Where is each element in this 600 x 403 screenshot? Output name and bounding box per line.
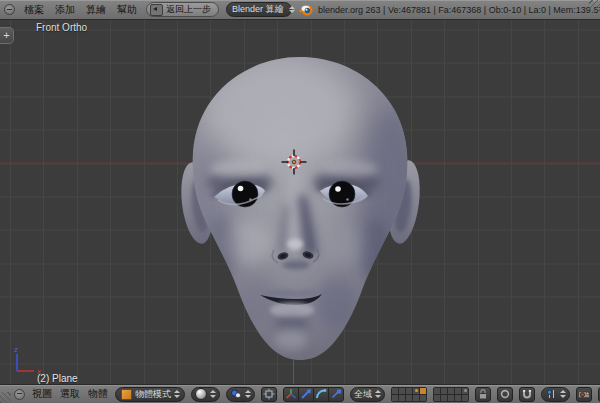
head-eyes [212,181,370,207]
axis-tripod-icon [285,388,297,400]
dropdown-arrows-icon [560,390,566,398]
layer-cell[interactable] [413,388,419,394]
pivot-point-dropdown[interactable] [226,387,255,402]
layer-cell[interactable] [420,388,426,394]
layer-cell[interactable] [441,395,447,401]
layers-grid-1[interactable] [391,387,427,402]
transform-orientation-value: 全域 [354,388,372,401]
menu-file[interactable]: 檔案 [22,3,46,17]
active-object-label: (2) Plane [37,373,78,384]
layer-cell[interactable] [406,395,412,401]
layer-cell[interactable] [441,388,447,394]
head-model [187,57,422,360]
layer-cell[interactable] [399,395,405,401]
layer-cell[interactable] [392,395,398,401]
back-step-icon [150,4,163,16]
resize-grip-icon[interactable] [589,0,600,11]
layer-cell[interactable] [434,395,440,401]
layer-cell[interactable] [406,388,412,394]
manipulator-widget-button[interactable] [261,387,277,402]
head-ears [177,158,424,245]
viewport-header-bar: 視圖 選取 物體 物體模式 [0,384,600,403]
viewport-shading-dropdown[interactable] [191,387,220,402]
scene-render: z x [0,20,600,385]
layer-cell[interactable] [392,388,398,394]
snap-magnet-icon [522,389,532,399]
dropdown-arrows-icon [245,390,251,398]
dropdown-arrows-icon [375,390,381,398]
collapse-menu-icon[interactable] [4,4,15,15]
resize-grip-icon[interactable] [0,392,11,403]
3d-viewport[interactable]: z x Front Ortho + (2) Plane [0,20,600,385]
menu-view[interactable]: 視圖 [31,387,53,401]
cursor-3d-icon [282,150,307,175]
snap-toggle-button[interactable] [519,387,535,402]
collapse-menu-icon-footer[interactable] [14,389,25,400]
scene-stats-text: blender.org 263 | Ve:467881 | Fa:467368 … [318,5,600,15]
translate-toggle[interactable] [298,387,314,402]
interaction-mode-dropdown[interactable]: 物體模式 [115,387,185,402]
menu-render[interactable]: 算繪 [84,3,108,17]
rotate-icon [315,388,327,400]
axis-tripod-toggle[interactable] [283,387,299,402]
manipulator-toggle-group [283,387,344,402]
gizmo-z-label: z [14,345,18,354]
layer-cell[interactable] [434,388,440,394]
layers-grid-2[interactable] [433,387,469,402]
layer-cell[interactable] [455,388,461,394]
menu-object[interactable]: 物體 [87,387,109,401]
layer-cell[interactable] [448,395,454,401]
interaction-mode-value: 物體模式 [135,388,171,401]
menu-select[interactable]: 選取 [59,387,81,401]
back-step-button[interactable]: 返回上一步 [146,2,219,17]
object-mode-cube-icon [121,389,132,400]
transform-orientation-dropdown[interactable]: 全域 [350,387,385,402]
dropdown-arrows-icon [210,390,216,398]
render-camera-icon [578,389,590,399]
lock-icon [478,388,488,400]
blender-logo-icon [299,3,313,17]
proportional-icon [500,389,510,399]
axis-mini-gizmo-icon: z x [14,345,41,376]
translate-icon [300,388,312,400]
manipulator-widget-icon [263,388,275,400]
layer-cell[interactable] [462,395,468,401]
menu-help[interactable]: 幫助 [115,3,139,17]
layer-cell[interactable] [399,388,405,394]
view-name-label: Front Ortho [36,22,87,33]
render-engine-dropdown[interactable]: Blender 算繪 [226,2,292,17]
proportional-edit-button[interactable] [497,387,513,402]
layer-cell[interactable] [455,395,461,401]
scale-icon [330,388,342,400]
back-step-label: 返回上一步 [166,3,211,16]
render-still-button[interactable] [576,387,592,402]
scale-toggle[interactable] [328,387,344,402]
shading-sphere-icon [195,388,207,400]
top-header-bar: 檔案 添加 算繪 幫助 返回上一步 Blender 算繪 blender.org… [0,0,600,20]
dropdown-arrows-icon [289,6,295,14]
toolshelf-expand-tab[interactable]: + [0,27,14,44]
layer-cell[interactable] [462,388,468,394]
layer-cell[interactable] [448,388,454,394]
rotate-toggle[interactable] [313,387,329,402]
render-engine-value: Blender 算繪 [232,3,284,16]
menu-add[interactable]: 添加 [53,3,77,17]
dropdown-arrows-icon [174,390,180,398]
layer-cell[interactable] [420,395,426,401]
snap-element-dropdown[interactable] [541,387,570,402]
lock-to-scene-button[interactable] [475,387,491,402]
snap-increment-icon [545,389,557,399]
layer-cell[interactable] [413,395,419,401]
blender-window: 檔案 添加 算繪 幫助 返回上一步 Blender 算繪 blender.org… [0,0,600,403]
pivot-point-icon [230,389,242,399]
